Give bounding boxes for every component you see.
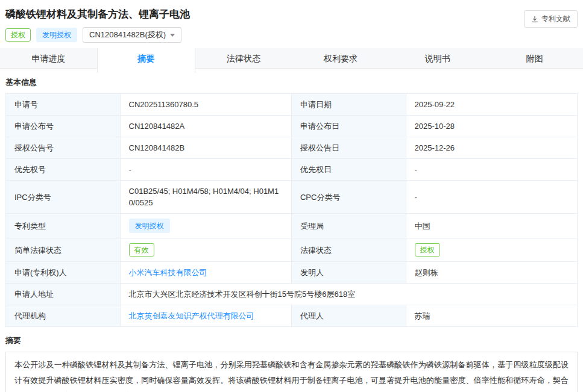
field-label: 申请人地址: [6, 284, 121, 305]
field-value: 北京市大兴区北京经济技术开发区科创十街15号院5号楼6层618室: [120, 284, 577, 305]
field-label: 简单法律状态: [6, 238, 121, 262]
table-row: 优先权号 - 优先权日 -: [6, 159, 578, 181]
field-label: CPC分类号: [291, 181, 406, 214]
field-value: 有效: [120, 238, 291, 262]
main-content: 基本信息 申请号 CN202511360780.5 申请日期 2025-09-2…: [0, 77, 583, 392]
simple-legal-status-badge: 有效: [129, 243, 154, 257]
field-label: 优先权日: [291, 159, 406, 181]
field-label: 代理机构: [6, 305, 121, 327]
field-label: 授权公告号: [6, 137, 121, 159]
field-value: CN120841482A: [120, 116, 291, 137]
tag-row: 授权 发明授权 CN120841482B(授权): [5, 27, 578, 43]
page-title: 磷酸铁锂材料及其制备方法、锂离子电池: [5, 7, 578, 22]
table-row: 代理机构 北京英创嘉友知识产权代理有限公司 代理人 苏瑞: [6, 305, 578, 327]
ipc-codes: C01B25/45; H01M4/58; H01M4/04; H01M10/05…: [129, 187, 279, 207]
tab-abstract[interactable]: 摘要: [97, 48, 195, 73]
table-row: 专利类型 发明授权 受理局 中国: [6, 214, 578, 238]
field-label: 优先权号: [6, 159, 121, 181]
legal-status-badge: 授权: [415, 243, 440, 257]
field-value: 发明授权: [120, 214, 291, 238]
patent-type-badge: 发明授权: [129, 219, 170, 233]
patent-type-badge: 发明授权: [36, 28, 77, 42]
field-label: 申请日期: [291, 94, 406, 116]
download-icon: [531, 16, 538, 23]
field-label: 受理局: [291, 214, 406, 238]
table-row: 申请人地址 北京市大兴区北京经济技术开发区科创十街15号院5号楼6层618室: [6, 284, 578, 305]
field-value: 苏瑞: [406, 305, 577, 327]
page-header: 磷酸铁锂材料及其制备方法、锂离子电池 专利文献 授权 发明授权 CN120841…: [0, 0, 583, 43]
field-value: 北京英创嘉友知识产权代理有限公司: [120, 305, 291, 327]
tab-bar: 申请进度 摘要 法律状态 权利要求 说明书 附图: [0, 48, 583, 69]
field-value: -: [406, 181, 577, 214]
field-value: 2025-12-26: [406, 137, 577, 159]
table-row: 简单法律状态 有效 法律状态 授权: [6, 238, 578, 262]
field-value: 赵则栋: [406, 262, 577, 284]
field-label: IPC分类号: [6, 181, 121, 214]
table-row: 申请(专利权)人 小米汽车科技有限公司 发明人 赵则栋: [6, 262, 578, 284]
field-label: 申请(专利权)人: [6, 262, 121, 284]
field-value: 2025-09-22: [406, 94, 577, 116]
tab-legal-status[interactable]: 法律状态: [195, 48, 292, 69]
field-value: -: [406, 159, 577, 181]
field-label: 申请公布号: [6, 116, 121, 137]
field-value: 2025-10-28: [406, 116, 577, 137]
basic-info-table: 申请号 CN202511360780.5 申请日期 2025-09-22 申请公…: [5, 93, 578, 327]
field-label: 法律状态: [291, 238, 406, 262]
field-label: 授权公告日: [291, 137, 406, 159]
tab-figures[interactable]: 附图: [486, 48, 583, 69]
applicant-link[interactable]: 小米汽车科技有限公司: [129, 268, 207, 277]
field-value: -: [120, 159, 291, 181]
field-value: C01B25/45; H01M4/58; H01M4/04; H01M10/05…: [120, 181, 291, 214]
table-row: 申请号 CN202511360780.5 申请日期 2025-09-22: [6, 94, 578, 116]
patent-document-button-label: 专利文献: [541, 14, 570, 24]
abstract-heading: 摘要: [5, 335, 578, 346]
tab-description[interactable]: 说明书: [389, 48, 486, 69]
patent-document-button[interactable]: 专利文献: [524, 10, 578, 28]
tab-claims[interactable]: 权利要求: [292, 48, 389, 69]
field-label: 申请公布日: [291, 116, 406, 137]
field-label: 代理人: [291, 305, 406, 327]
field-value: CN202511360780.5: [120, 94, 291, 116]
table-row: IPC分类号 C01B25/45; H01M4/58; H01M4/04; H0…: [6, 181, 578, 214]
field-value: 小米汽车科技有限公司: [120, 262, 291, 284]
table-row: 申请公布号 CN120841482A 申请公布日 2025-10-28: [6, 116, 578, 137]
publication-version-label: CN120841482B(授权): [89, 30, 166, 40]
field-label: 发明人: [291, 262, 406, 284]
field-value: CN120841482B: [120, 137, 291, 159]
publication-version-dropdown[interactable]: CN120841482B(授权): [83, 27, 181, 43]
field-label: 申请号: [6, 94, 121, 116]
tab-application-progress[interactable]: 申请进度: [0, 48, 97, 69]
field-value: 中国: [406, 214, 577, 238]
table-row: 授权公告号 CN120841482B 授权公告日 2025-12-26: [6, 137, 578, 159]
basic-info-heading: 基本信息: [5, 77, 578, 88]
status-badge: 授权: [5, 28, 31, 42]
field-label: 专利类型: [6, 214, 121, 238]
field-value: 授权: [406, 238, 577, 262]
abstract-text: 本公开涉及一种磷酸铁锂材料及其制备方法、锂离子电池，分别采用羟基磷酸铁和含有金属…: [5, 352, 578, 392]
agency-link[interactable]: 北京英创嘉友知识产权代理有限公司: [129, 311, 254, 320]
chevron-down-icon: [170, 34, 175, 37]
